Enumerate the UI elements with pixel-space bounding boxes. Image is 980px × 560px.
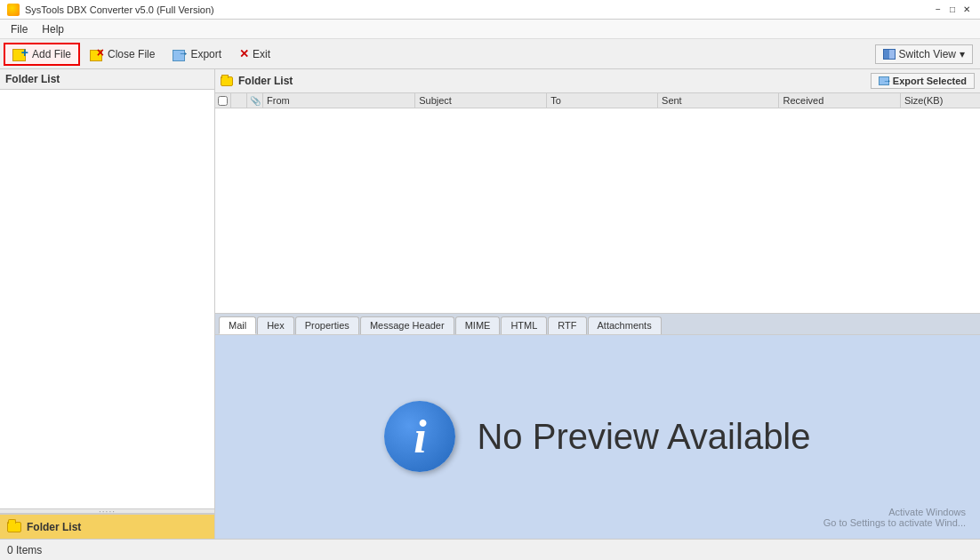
preview-icon: i [384,401,455,472]
switch-view-icon [883,49,896,60]
menu-bar: File Help [0,20,980,39]
right-panel-title: Folder List [238,75,293,87]
close-button[interactable]: ✕ [960,4,973,16]
add-file-button[interactable]: Add File [4,43,80,66]
select-all-checkbox[interactable] [218,96,228,106]
tab-attachments[interactable]: Attachments [588,316,662,334]
right-panel-header: Folder List Export Selected [215,69,980,93]
left-panel: Folder List Folder List [0,69,215,539]
col-received-header[interactable]: Received [779,93,900,108]
exit-label: Exit [253,48,270,60]
menu-help[interactable]: Help [35,21,71,37]
close-file-icon [90,48,104,60]
tab-message-header[interactable]: Message Header [360,316,454,334]
title-bar: SysTools DBX Converter v5.0 (Full Versio… [0,0,980,20]
col-attach-header: 📎 [247,93,263,108]
tab-bar: Mail Hex Properties Message Header MIME … [215,313,980,335]
export-selected-button[interactable]: Export Selected [871,73,975,89]
close-file-label: Close File [108,48,155,60]
attach-icon-header: 📎 [250,96,261,106]
folder-icon [7,522,21,532]
add-file-icon [12,47,28,61]
tab-mail[interactable]: Mail [219,316,256,334]
switch-view-label: Switch View [899,48,956,60]
left-panel-footer: Folder List [0,514,214,539]
export-selected-label: Export Selected [893,76,967,86]
right-panel: Folder List Export Selected 📎 From Subje… [215,69,980,539]
col-icon-header [231,93,247,108]
tab-mime[interactable]: MIME [455,316,501,334]
col-sent-header[interactable]: Sent [658,93,779,108]
col-from-header[interactable]: From [263,93,415,108]
main-layout: Folder List Folder List Folder List Expo… [0,69,980,539]
col-subject-header[interactable]: Subject [415,93,547,108]
window-controls: − □ ✕ [932,4,973,16]
export-icon [173,48,187,60]
tab-properties[interactable]: Properties [295,316,359,334]
exit-button[interactable]: ✕ Exit [231,44,278,64]
export-selected-icon [879,76,889,85]
folder-icon-small [221,76,233,86]
close-file-button[interactable]: Close File [82,44,163,64]
add-file-label: Add File [32,48,71,60]
email-list-container[interactable] [215,108,980,313]
export-button[interactable]: Export [165,44,229,64]
left-panel-title: Folder List [5,73,60,85]
status-bar: 0 Items [0,539,980,560]
preview-area: i No Preview Available Activate Windows … [215,335,980,540]
col-size-header[interactable]: Size(KB) [901,93,980,108]
minimize-button[interactable]: − [932,4,944,16]
col-to-header[interactable]: To [547,93,658,108]
left-panel-header: Folder List [0,69,214,90]
switch-view-button[interactable]: Switch View ▾ [875,44,973,64]
preview-content: i No Preview Available [384,401,810,472]
activate-line2: Go to Settings to activate Wind... [823,517,966,528]
maximize-button[interactable]: □ [946,4,959,16]
app-logo [7,4,20,16]
email-list-header: 📎 From Subject To Sent Received Size(KB) [215,93,980,108]
app-title: SysTools DBX Converter v5.0 (Full Versio… [25,4,214,15]
tab-html[interactable]: HTML [501,316,547,334]
switch-view-arrow: ▾ [960,48,965,60]
toolbar: Add File Close File Export ✕ Exit Switch… [0,39,980,69]
menu-file[interactable]: File [4,21,35,37]
export-label: Export [190,48,221,60]
left-panel-content[interactable] [0,90,214,508]
exit-icon: ✕ [239,47,249,60]
activate-line1: Activate Windows [823,507,966,517]
status-text: 0 Items [7,544,42,556]
tab-hex[interactable]: Hex [257,316,294,334]
preview-text: No Preview Available [477,417,810,457]
col-check-header[interactable] [215,93,231,108]
tab-rtf[interactable]: RTF [548,316,586,334]
activate-windows-notice: Activate Windows Go to Settings to activ… [823,507,966,528]
left-panel-footer-label: Folder List [27,521,81,533]
right-panel-header-left: Folder List [221,75,293,87]
